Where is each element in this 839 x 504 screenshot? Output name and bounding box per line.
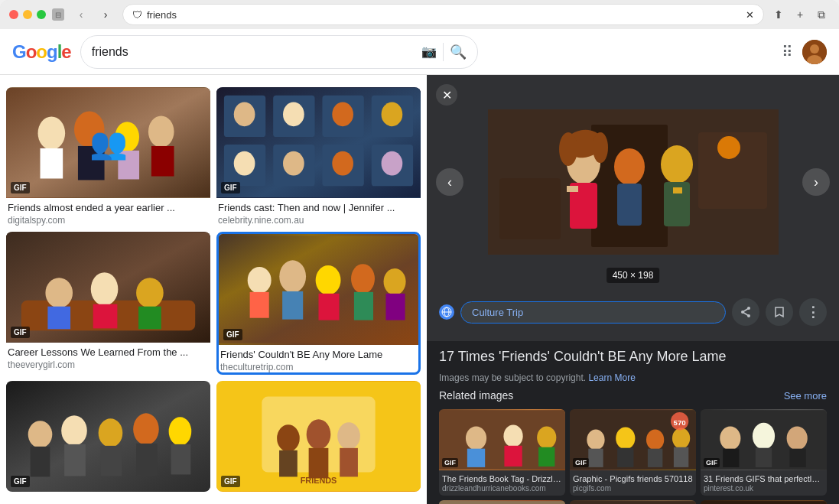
minimize-window-button[interactable] xyxy=(23,10,32,19)
svg-rect-57 xyxy=(101,446,122,476)
card-title-3: Career Lessons We Learned From the ... xyxy=(8,346,209,359)
image-card-3[interactable]: GIF Career Lessons We Learned From the .… xyxy=(6,232,210,375)
related-grid: GIF The Friends Book Tag - Drizzle &... … xyxy=(439,409,827,504)
svg-rect-85 xyxy=(673,187,682,193)
related-item-4[interactable]: THAT IS BRAND NEW INFORMATION! GIF When … xyxy=(439,500,565,504)
prev-image-button[interactable]: ‹ xyxy=(436,168,463,196)
svg-point-11 xyxy=(148,115,174,148)
image-thumbnail-6: FRIENDS GIF xyxy=(216,381,421,492)
svg-point-52 xyxy=(28,421,53,448)
source-link[interactable]: Culture Trip xyxy=(460,301,726,324)
svg-line-96 xyxy=(743,312,749,316)
svg-point-24 xyxy=(234,151,255,176)
main-detail-image xyxy=(484,102,782,262)
related-thumb-2: 570 GIF xyxy=(570,409,696,470)
svg-rect-84 xyxy=(567,186,578,192)
image-card-6[interactable]: FRIENDS GIF xyxy=(216,381,421,492)
svg-rect-106 xyxy=(588,449,603,467)
source-globe-icon xyxy=(439,304,454,320)
camera-icon[interactable]: 📷 xyxy=(421,44,437,59)
user-avatar[interactable] xyxy=(802,40,827,64)
related-item-5[interactable]: GIF xyxy=(570,500,696,504)
svg-point-20 xyxy=(332,102,353,127)
svg-rect-6 xyxy=(41,148,63,179)
svg-rect-59 xyxy=(136,444,158,476)
maximize-window-button[interactable] xyxy=(37,10,46,19)
related-item-6[interactable]: GIF Happy Thanksgiving Everyone! xyxy=(701,500,827,504)
share-result-button[interactable] xyxy=(732,298,759,326)
image-thumbnail-4: GIF xyxy=(219,234,418,345)
related-source-2: picgifs.com xyxy=(573,484,693,493)
svg-point-30 xyxy=(382,151,403,176)
image-card-5[interactable]: GIF xyxy=(6,381,210,492)
svg-point-26 xyxy=(283,151,304,176)
svg-point-68 xyxy=(337,422,360,450)
new-tab-button[interactable]: + xyxy=(792,6,808,23)
search-input[interactable] xyxy=(92,45,415,59)
svg-point-56 xyxy=(99,418,123,447)
see-more-button[interactable]: See more xyxy=(784,390,827,402)
card-source-4: theculturetrip.com xyxy=(220,362,417,372)
svg-point-38 xyxy=(136,278,164,308)
svg-rect-69 xyxy=(340,448,358,477)
svg-rect-55 xyxy=(64,444,86,476)
svg-rect-88 xyxy=(499,178,561,239)
related-name-2: Graphic - Picgifs friends 570118 xyxy=(573,473,693,484)
card-source-3: theeverygirl.com xyxy=(8,359,209,370)
svg-rect-119 xyxy=(756,448,772,467)
gif-badge-4: GIF xyxy=(223,329,242,340)
browser-window: ⊟ ‹ › 🛡 friends ✕ ⬆ + ⧉ Google 📷 🔍 xyxy=(0,0,839,504)
svg-point-118 xyxy=(753,423,775,450)
next-image-button[interactable]: › xyxy=(802,168,830,196)
svg-rect-50 xyxy=(385,294,405,320)
related-thumb-4: THAT IS BRAND NEW INFORMATION! GIF xyxy=(439,500,565,504)
sidebar-toggle-button[interactable]: ⊟ xyxy=(52,8,64,21)
more-options-button[interactable]: ⋮ xyxy=(799,298,827,326)
google-logo: Google xyxy=(12,41,71,63)
svg-point-77 xyxy=(559,132,577,166)
svg-rect-121 xyxy=(789,449,805,467)
close-window-button[interactable] xyxy=(9,10,18,19)
google-apps-icon[interactable]: ⠿ xyxy=(782,43,793,61)
title-section: 17 Times 'Friends' Couldn't BE Any More … xyxy=(427,341,839,369)
image-thumbnail-3: GIF xyxy=(6,232,210,343)
address-bar[interactable]: 🛡 friends ✕ xyxy=(122,4,764,25)
related-thumb-6: GIF xyxy=(701,500,827,504)
card-title-1: Friends almost ended a year earlier ... xyxy=(8,201,209,215)
image-card-2[interactable]: GIF Friends cast: Then and now | Jennife… xyxy=(216,87,421,226)
svg-rect-135 xyxy=(701,502,827,504)
share-button[interactable]: ⬆ xyxy=(770,6,787,23)
header-right: ⠿ xyxy=(782,40,827,64)
bookmark-result-button[interactable] xyxy=(766,298,793,326)
related-item-2[interactable]: 570 GIF Graphic - Picgifs friends 570118… xyxy=(570,409,696,496)
learn-more-link[interactable]: Learn More xyxy=(588,372,635,383)
multitask-button[interactable]: ⧉ xyxy=(813,6,830,23)
image-thumbnail-5: GIF xyxy=(6,381,210,492)
svg-point-5 xyxy=(38,116,66,150)
search-submit-icon[interactable]: 🔍 xyxy=(450,44,467,60)
related-gif-badge-1: GIF xyxy=(442,458,458,467)
search-bar[interactable]: 📷 🔍 xyxy=(80,35,478,69)
nav-arrows: ‹ › xyxy=(70,6,116,23)
svg-rect-99 xyxy=(467,449,485,467)
card-source-1: digitalspy.com xyxy=(8,215,209,226)
reload-button[interactable]: ✕ xyxy=(746,9,754,21)
close-detail-button[interactable]: ✕ xyxy=(436,84,457,106)
related-gif-badge-3: GIF xyxy=(704,458,720,467)
related-info-1: The Friends Book Tag - Drizzle &... driz… xyxy=(439,470,565,496)
image-card-4[interactable]: GIF Friends' Couldn't BE Any More Lame t… xyxy=(216,232,421,375)
related-source-3: pinterest.co.uk xyxy=(704,484,824,493)
svg-point-100 xyxy=(503,425,522,447)
forward-button[interactable]: › xyxy=(95,6,116,23)
related-item-3[interactable]: GIF 31 Friends GIFS that perfectly ill..… xyxy=(701,409,827,496)
svg-point-64 xyxy=(277,424,300,452)
related-item-1[interactable]: GIF The Friends Book Tag - Drizzle &... … xyxy=(439,409,565,496)
svg-rect-81 xyxy=(617,184,642,226)
svg-rect-46 xyxy=(319,294,340,320)
svg-point-9 xyxy=(115,122,139,152)
image-card-1[interactable]: GIF Friends almost ended a year earlier … xyxy=(6,87,210,226)
related-name-3: 31 Friends GIFS that perfectly ill... xyxy=(704,473,824,484)
related-images-section: Related images See more xyxy=(427,389,839,504)
back-button[interactable]: ‹ xyxy=(70,6,92,23)
svg-point-109 xyxy=(646,430,664,450)
